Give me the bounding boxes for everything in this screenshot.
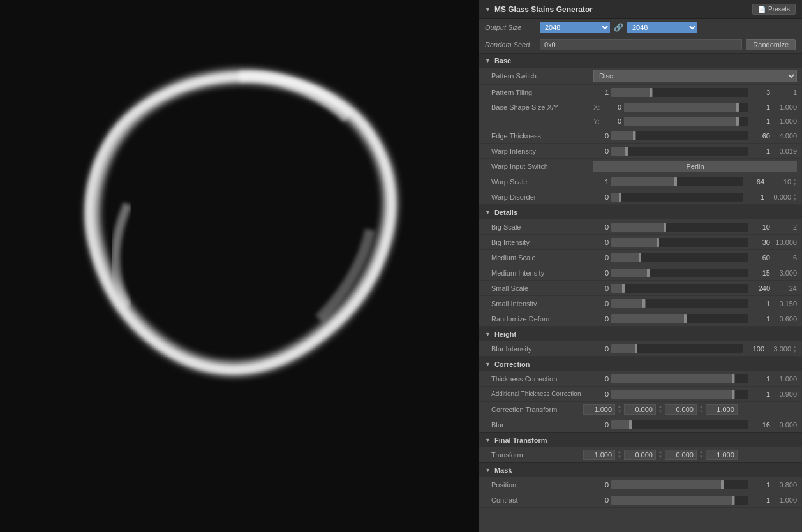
blur-intensity-slider[interactable] bbox=[611, 344, 743, 353]
section-height-header[interactable]: ▼ Height bbox=[479, 327, 802, 341]
correction-transform-spinner2[interactable]: ▲ ▼ bbox=[658, 404, 662, 413]
big-scale-slider[interactable] bbox=[611, 223, 748, 232]
base-shape-x-final: 1.000 bbox=[770, 103, 797, 111]
position-slider[interactable] bbox=[611, 480, 748, 489]
section-final-transform-header[interactable]: ▼ Final Transform bbox=[479, 433, 802, 447]
base-shape-x-slider[interactable] bbox=[624, 103, 748, 112]
section-base-header[interactable]: ▼ Base bbox=[479, 54, 802, 68]
transform-v2[interactable] bbox=[624, 450, 656, 460]
section-correction-header[interactable]: ▼ Correction bbox=[479, 357, 802, 371]
contrast-slider[interactable] bbox=[611, 496, 748, 505]
warp-disorder-arrows[interactable]: ▲ ▼ bbox=[792, 193, 797, 202]
transform-spinner2[interactable]: ▲ ▼ bbox=[658, 450, 662, 459]
edge-thickness-right: 60 bbox=[751, 132, 770, 140]
blur-intensity-down[interactable]: ▼ bbox=[792, 349, 797, 353]
warp-disorder-final: 0.000 bbox=[764, 193, 791, 201]
correction-collapse-icon: ▼ bbox=[485, 361, 491, 367]
output-height-select[interactable]: 2048 bbox=[627, 22, 697, 33]
warp-disorder-slider[interactable] bbox=[611, 193, 743, 202]
big-intensity-left: 0 bbox=[593, 239, 609, 246]
section-height: ▼ Height Blur Intensity 0 100 3.000 ▲ ▼ bbox=[479, 327, 802, 357]
x-axis-label: X: bbox=[593, 103, 606, 111]
warp-disorder-up[interactable]: ▲ bbox=[792, 193, 797, 197]
additional-thickness-label: Additional Thickness Correction bbox=[491, 390, 593, 397]
medium-intensity-slider[interactable] bbox=[611, 269, 748, 277]
base-shape-y-right: 1 bbox=[751, 117, 770, 125]
medium-intensity-left: 0 bbox=[593, 269, 609, 277]
correction-transform-v4[interactable] bbox=[706, 404, 738, 415]
section-details-header[interactable]: ▼ Details bbox=[479, 205, 802, 219]
warp-scale-up[interactable]: ▲ bbox=[792, 177, 797, 182]
transform-spinner1[interactable]: ▲ ▼ bbox=[618, 450, 621, 459]
transform-v4[interactable] bbox=[706, 450, 738, 460]
base-shape-y-slider[interactable] bbox=[624, 117, 748, 126]
collapse-icon[interactable]: ▼ bbox=[485, 6, 491, 13]
warp-disorder-down[interactable]: ▼ bbox=[792, 197, 797, 202]
thickness-correction-slider[interactable] bbox=[611, 374, 748, 383]
panel-content[interactable]: ▼ Base Pattern Switch Disc Pattern Tilin… bbox=[479, 54, 802, 532]
warp-scale-left: 1 bbox=[593, 178, 609, 186]
correction-transform-spinner3[interactable]: ▲ ▼ bbox=[699, 404, 703, 413]
blur-slider[interactable] bbox=[611, 420, 748, 429]
warp-intensity-final: 0.019 bbox=[770, 147, 797, 155]
small-intensity-slider[interactable] bbox=[611, 299, 748, 308]
warp-disorder-left: 0 bbox=[593, 193, 609, 201]
transform-v3[interactable] bbox=[665, 450, 697, 460]
edge-thickness-slider[interactable] bbox=[611, 131, 748, 140]
prop-warp-scale: Warp Scale 1 64 10 ▲ ▼ bbox=[479, 174, 802, 189]
additional-thickness-slider[interactable] bbox=[611, 390, 748, 399]
pattern-tiling-right: 3 bbox=[751, 89, 770, 96]
blur-intensity-arrows[interactable]: ▲ ▼ bbox=[792, 344, 797, 353]
blur-intensity-label: Blur Intensity bbox=[491, 345, 593, 353]
section-correction: ▼ Correction Thickness Correction 0 1 1.… bbox=[479, 357, 802, 433]
section-correction-title: Correction bbox=[494, 360, 530, 368]
pattern-switch-select[interactable]: Disc bbox=[593, 70, 797, 82]
warp-input-switch-value[interactable]: Perlin bbox=[593, 161, 797, 172]
warp-scale-arrows[interactable]: ▲ ▼ bbox=[792, 177, 797, 186]
correction-transform-v3[interactable] bbox=[665, 404, 697, 415]
small-intensity-left: 0 bbox=[593, 300, 609, 307]
pattern-tiling-slider[interactable] bbox=[611, 88, 748, 97]
prop-pattern-tiling: Pattern Tiling 1 3 1 bbox=[479, 85, 802, 100]
small-intensity-final: 0.150 bbox=[770, 300, 797, 307]
big-scale-right: 10 bbox=[751, 223, 770, 231]
randomize-deform-slider[interactable] bbox=[611, 314, 748, 323]
base-collapse-icon: ▼ bbox=[485, 57, 491, 64]
edge-thickness-left: 0 bbox=[593, 132, 609, 140]
randomize-deform-label: Randomize Deform bbox=[491, 315, 593, 323]
prop-contrast: Contrast 0 1 1.000 bbox=[479, 492, 802, 508]
medium-scale-slider[interactable] bbox=[611, 253, 748, 262]
big-intensity-slider[interactable] bbox=[611, 238, 748, 247]
warp-intensity-slider[interactable] bbox=[611, 147, 748, 156]
warp-scale-slider[interactable] bbox=[611, 177, 743, 186]
section-mask-header[interactable]: ▼ Mask bbox=[479, 463, 802, 477]
section-final-transform-title: Final Transform bbox=[494, 436, 547, 444]
output-width-select[interactable]: 2048 bbox=[540, 22, 610, 33]
transform-v1[interactable] bbox=[583, 450, 615, 460]
warp-input-switch-label: Warp Input Switch bbox=[491, 163, 593, 170]
position-label: Position bbox=[491, 481, 593, 489]
warp-scale-down[interactable]: ▼ bbox=[792, 182, 797, 186]
small-scale-label: Small Scale bbox=[491, 284, 593, 292]
blur-right: 16 bbox=[751, 421, 770, 429]
correction-transform-v2[interactable] bbox=[624, 404, 656, 415]
section-mask: ▼ Mask Position 0 1 0.800 Contrast 0 bbox=[479, 463, 802, 508]
additional-thickness-final: 0.900 bbox=[770, 390, 797, 398]
base-shape-label: Base Shape Size X/Y bbox=[491, 103, 593, 111]
randomize-button[interactable]: Randomize bbox=[746, 39, 796, 50]
small-scale-left: 0 bbox=[593, 284, 609, 292]
correction-transform-v1[interactable] bbox=[583, 404, 615, 415]
section-details: ▼ Details Big Scale 0 10 2 Big Intensity… bbox=[479, 205, 802, 327]
correction-transform-spinner1[interactable]: ▲ ▼ bbox=[618, 404, 621, 413]
blur-intensity-final: 3.000 bbox=[764, 345, 791, 353]
prop-medium-intensity: Medium Intensity 0 15 3.000 bbox=[479, 265, 802, 281]
contrast-left: 0 bbox=[593, 496, 609, 504]
presets-button[interactable]: 📄 Presets bbox=[752, 4, 796, 15]
small-scale-slider[interactable] bbox=[611, 284, 748, 293]
warp-scale-right: 64 bbox=[745, 178, 764, 186]
blur-intensity-up[interactable]: ▲ bbox=[792, 344, 797, 349]
prop-position: Position 0 1 0.800 bbox=[479, 477, 802, 492]
transform-spinner3[interactable]: ▲ ▼ bbox=[699, 450, 703, 459]
thickness-correction-right: 1 bbox=[751, 375, 770, 383]
seed-input[interactable] bbox=[540, 39, 742, 50]
